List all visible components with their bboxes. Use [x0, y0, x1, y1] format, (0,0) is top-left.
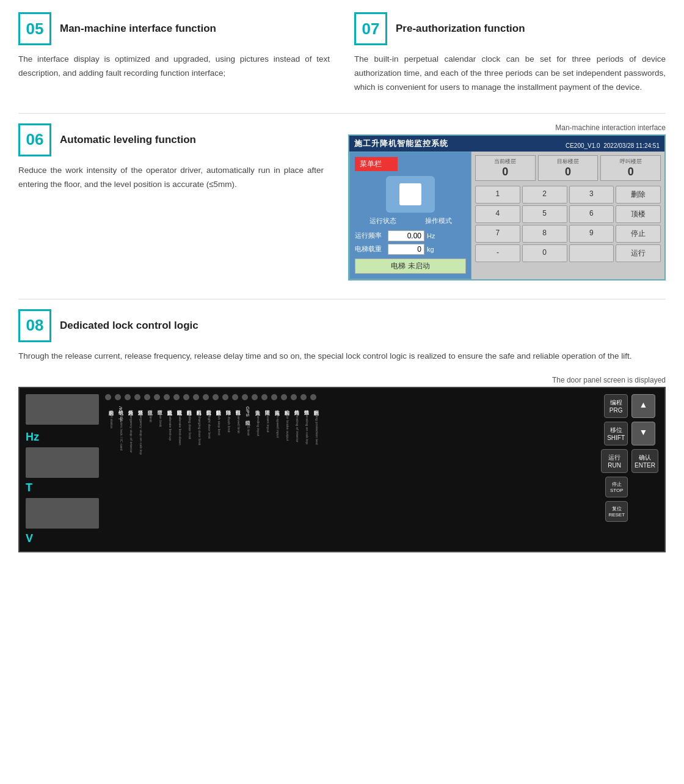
section-07-number: 07 [354, 12, 387, 45]
dp-dot-1 [115, 394, 121, 400]
hmi-key-minus[interactable]: - [475, 244, 520, 262]
hmi-device-inner [399, 183, 421, 205]
dp-enter-btn[interactable]: 确认 ENTER [631, 449, 658, 473]
hmi-current-floor: 当前楼层 0 [475, 155, 536, 181]
hmi-key-run[interactable]: 运行 [616, 244, 661, 262]
dp-col-19: 笼内操作Operating of interior [291, 406, 299, 455]
hmi-key-8[interactable]: 8 [522, 225, 567, 243]
hmi-menu-bar[interactable]: 菜单栏 [355, 157, 398, 171]
dp-reset-btn[interactable]: 复位 RESET [605, 501, 628, 522]
hmi-body: 菜单栏 运行状态 操作模式 运行频率 0.00 Hz [349, 152, 664, 279]
dp-btn-grid-2: 运行 RUN 确认 ENTER [601, 449, 658, 473]
section-07-title: Pre-authorization function [396, 23, 525, 35]
dp-col-8: 进料门限位Feeding door limit [183, 406, 192, 455]
hmi-key-0[interactable]: 0 [522, 244, 567, 262]
dp-prg-btn[interactable]: 编程 PRG [604, 394, 628, 418]
dp-col-17: 高速输入High-speed input [271, 406, 280, 455]
dp-cols-area: 启动状态Start status电锁/IC卡Electric lock / IC… [105, 406, 595, 455]
hmi-key-2[interactable]: 2 [522, 186, 567, 203]
section-06-body: Reduce the work intensity of the operato… [18, 164, 324, 192]
hmi-label: Man-machine interaction interface [348, 123, 666, 132]
dp-en-col-5: Down limit [154, 410, 162, 427]
section-05-number: 05 [18, 12, 51, 45]
hmi-freq-row: 运行频率 0.00 Hz [355, 230, 466, 241]
section-07-body: The built-in perpetual calendar clock ca… [354, 53, 666, 95]
hmi-right-panel: 当前楼层 0 目标楼层 0 呼叫楼层 0 [471, 152, 664, 279]
divider-1 [18, 113, 666, 114]
hmi-title-bar: 施工升降机智能监控系统 CE200_V1.0 2022/03/28 11:24:… [349, 136, 664, 152]
hmi-key-stop[interactable]: 停止 [616, 225, 661, 243]
hmi-call-floor-value: 0 [628, 166, 634, 178]
dp-dot-8 [183, 394, 189, 400]
hmi-area: Man-machine interaction interface 施工升降机智… [348, 123, 666, 280]
dp-dot-19 [291, 394, 297, 400]
hmi-key-top-floor[interactable]: 顶楼 [616, 205, 661, 223]
dp-col-21: 防坠测试Falling protection test [310, 406, 319, 455]
dp-col-6: 上升减速限位Decelerate limit-up [164, 406, 172, 455]
hmi-freq-unit: Hz [427, 232, 435, 240]
dp-col-4: 上限位Up limit [144, 406, 153, 455]
hmi-freq-value[interactable]: 0.00 [388, 230, 424, 241]
hmi-key-6[interactable]: 6 [569, 205, 614, 223]
dp-gray-box-1 [26, 394, 99, 425]
section-08-title: Dedicated lock control logic [60, 320, 198, 332]
hmi-load-value[interactable]: 0 [388, 244, 424, 255]
hmi-keypad: 1 2 3 删除 4 5 6 顶楼 7 8 9 停止 - [475, 186, 661, 262]
dp-dot-17 [271, 394, 277, 400]
divider-2 [18, 299, 666, 299]
section-08-number: 08 [18, 309, 51, 342]
dp-dot-20 [300, 394, 307, 400]
dp-en-col-16: Descent input [261, 410, 270, 433]
dp-en-col-18: Motor brake output [281, 410, 289, 441]
dp-en-col-21: Falling protection test [310, 410, 319, 445]
dp-col-3: 笼顶急停Emergency stop on cab top [134, 406, 143, 455]
section-08-header: 08 Dedicated lock control logic [18, 309, 666, 342]
dp-dot-14 [242, 394, 248, 400]
dp-col-12: 冲顶限位Top-flush limit [222, 406, 231, 455]
dp-dot-3 [134, 394, 140, 400]
hmi-target-floor-label: 目标楼层 [542, 158, 594, 166]
section-07: 07 Pre-authorization function The built-… [354, 12, 666, 95]
dp-down-arrow-btn[interactable]: ▼ [631, 422, 655, 445]
hmi-key-3[interactable]: 3 [569, 186, 614, 203]
dp-stop-btn[interactable]: 停止 STOP [605, 477, 628, 497]
hmi-key-4[interactable]: 4 [475, 205, 520, 223]
dp-meters: Hz T V [26, 394, 99, 545]
hmi-current-floor-value: 0 [502, 166, 508, 178]
dp-btn-grid-3: 停止 STOP 复位 RESET [605, 477, 653, 522]
hmi-title-info: CE200_V1.0 2022/03/28 11:24:51 [566, 142, 660, 149]
hmi-op-mode-label: 操作模式 [425, 216, 452, 225]
dp-en-col-17: High-speed input [271, 410, 280, 438]
hmi-key-7[interactable]: 7 [475, 225, 520, 243]
dp-cn-col-1: 电锁/IC卡 [115, 406, 123, 412]
hmi-load-label: 电梯载重 [355, 244, 388, 254]
dp-dot-2 [125, 394, 131, 400]
hmi-key-delete[interactable]: 删除 [616, 186, 661, 203]
dp-col-9: 出料门限位Discharging door limit [193, 406, 202, 455]
dp-shift-btn[interactable]: 移位 SHIFT [604, 422, 628, 445]
hmi-title-main: 施工升降机智能监控系统 [354, 138, 448, 149]
hmi-key-9[interactable]: 9 [569, 225, 614, 243]
dp-col-20: 笼顶操作Operating on cab top [300, 406, 309, 455]
dp-en-col-4: Up limit [144, 410, 153, 422]
dp-run-btn[interactable]: 运行 RUN [601, 449, 628, 473]
dp-up-arrow-btn[interactable]: ▲ [631, 394, 655, 418]
dp-dot-13 [232, 394, 238, 400]
hmi-status-bar: 电梯 未启动 [355, 258, 466, 274]
hmi-target-floor-value: 0 [565, 166, 571, 178]
dp-v-label: V [26, 532, 99, 545]
dp-en-col-11: Crash stop limit [213, 410, 221, 435]
section-05: 05 Man-machine interface function The in… [18, 12, 330, 95]
section-06: 06 Automatic leveling function Reduce th… [18, 123, 324, 280]
section-06-number: 06 [18, 123, 51, 156]
dp-en-col-13: Reserved limit [232, 410, 241, 433]
hmi-left-panel: 菜单栏 运行状态 操作模式 运行频率 0.00 Hz [349, 152, 471, 279]
dp-dot-12 [222, 394, 228, 400]
hmi-freq-label: 运行频率 [355, 231, 388, 240]
hmi-key-5[interactable]: 5 [522, 205, 567, 223]
section-07-header: 07 Pre-authorization function [354, 12, 666, 45]
page: 05 Man-machine interface function The in… [0, 0, 684, 565]
dp-en-col-9: Discharging door limit [193, 410, 202, 445]
hmi-call-floor: 呼叫楼层 0 [600, 155, 661, 181]
hmi-key-1[interactable]: 1 [475, 186, 520, 203]
